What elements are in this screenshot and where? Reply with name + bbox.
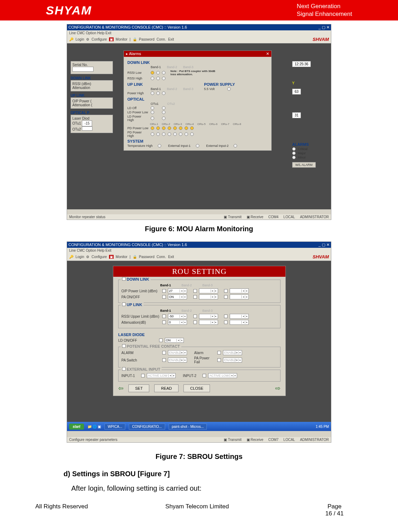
window-titlebar: CONFIGURATION & MONITORING CONSOLE (CMC)… xyxy=(67,24,331,30)
rssi-low-label: RSSI Low xyxy=(127,71,149,74)
alarm-dialog: ▸ Alarms✕ DOWN LINK Band-1 Band-2 Band-3… xyxy=(123,50,272,151)
set-button[interactable]: SET xyxy=(128,384,149,392)
window-titlebar-2: CONFIGURATION & MONITORING CONSOLE (CMC)… xyxy=(67,242,331,248)
laser-label: Laser Diod xyxy=(72,116,89,120)
body-text: d) Settings in SBROU [Figure 7] After lo… xyxy=(64,470,363,492)
uplink-checkbox[interactable] xyxy=(122,303,126,306)
login-btn[interactable]: Login xyxy=(76,255,84,259)
password-btn[interactable]: Password xyxy=(139,255,155,259)
paragraph: After login, following setting is carrie… xyxy=(71,484,363,492)
figure-7-caption: Figure 7: SBROU Settings xyxy=(35,453,363,461)
window-controls-icon[interactable]: _ ▢ ✕ xyxy=(319,243,330,247)
menubar[interactable]: Line CMC Option Help Exit xyxy=(67,30,331,36)
conn-btn[interactable]: Conn. xyxy=(157,255,166,259)
time-display: 12:25:36 xyxy=(292,61,311,67)
screenshot-mou-alarm: CONFIGURATION & MONITORING CONSOLE (CMC)… xyxy=(67,24,331,220)
logo: SHYAM xyxy=(46,4,92,17)
downlink-checkbox[interactable] xyxy=(122,277,126,281)
att2-label: Attenuation ( xyxy=(72,103,92,107)
power-supply-section: POWER SUPPLY xyxy=(204,82,235,86)
configure-btn[interactable]: Configure xyxy=(91,37,107,41)
atten-input[interactable]: 0◂▸ xyxy=(168,320,187,325)
rssi-label: RSSI (dBm) xyxy=(72,82,91,86)
ld-onoff-label: LD ON/OFF xyxy=(118,339,157,342)
otu1-value: -15 xyxy=(82,120,92,126)
brand-text: SHVAM xyxy=(313,37,329,42)
exit-btn[interactable]: Exit xyxy=(168,255,174,259)
figure-6-caption: Figure 6: MOU Alarm Monitoring xyxy=(35,225,363,233)
section-heading: d) Settings in SBROU [Figure 7] xyxy=(64,470,363,478)
figure-7: CONFIGURATION & MONITORING CONSOLE (CMC)… xyxy=(35,239,363,461)
rssi-upper-input[interactable]: -50◂▸ xyxy=(168,314,187,319)
otu2-value xyxy=(82,126,92,131)
atten-label: Attenuation(dB) xyxy=(121,321,160,324)
conn-btn[interactable]: Conn. xyxy=(157,37,166,41)
alarm-titlebar: ▸ Alarms✕ xyxy=(124,51,271,57)
close-icon[interactable]: ✕ xyxy=(266,52,269,56)
exit-btn[interactable]: Exit xyxy=(168,37,174,41)
system-section: SYSTEM xyxy=(127,139,268,143)
task-item[interactable]: paint-shot - Micros... xyxy=(169,424,207,430)
ext1-label: External Input-1 xyxy=(168,144,191,148)
oru-headers: ORu-1ORu-2ORu-3ORu-4ORu-5ORu-6ORu-7ORu-8 xyxy=(150,122,268,126)
footer-mid: Shyam Telecom Limited xyxy=(165,503,229,517)
ld-onoff-input[interactable]: ON◂▸ xyxy=(165,338,184,343)
start-button[interactable]: start xyxy=(69,424,84,430)
led-icon xyxy=(151,71,154,74)
footer-page: Page 16 / 41 xyxy=(306,503,363,517)
menubar-2[interactable]: Line CMC Option Help Exit xyxy=(67,248,331,253)
optical-h: OPTICAL P xyxy=(71,111,113,115)
serial-input[interactable] xyxy=(72,67,94,72)
panel-title: ROU SETTING xyxy=(113,266,285,277)
ldpl-label: LD Power Low xyxy=(127,110,149,114)
downlink-section: DOWN LINK xyxy=(127,60,268,65)
statusbar: Monitor repeater status ▣ Transmit ▣ Rec… xyxy=(67,214,331,220)
page-body: CONFIGURATION & MONITORING CONSOLE (CMC)… xyxy=(0,20,398,524)
toolbar: 🔑Login ⚙Configure ▣Monitor | 🔒Password C… xyxy=(67,36,331,43)
downlink-group: DOWN LINK Band-1Band-2Band-3 O/P Power L… xyxy=(118,280,281,303)
uplink-h: UP LINK xyxy=(71,94,113,97)
tagline-line2: Signal Enhancement xyxy=(297,10,352,18)
rssi-upper-label: RSSI Upper Limit (dBm) xyxy=(121,315,160,318)
page-header: SHYAM Next Generation Signal Enhancement xyxy=(0,0,398,20)
alarms-h: ALARMS xyxy=(292,142,327,147)
read-button[interactable]: READ xyxy=(154,384,179,392)
monitor-btn[interactable]: Monitor xyxy=(116,37,127,41)
temp-label: Temperature High xyxy=(127,144,153,148)
window-title: CONFIGURATION & MONITORING CONSOLE (CMC)… xyxy=(68,25,187,30)
pdph-label: PD Power High xyxy=(127,131,149,138)
screenshot-sbrou-settings: CONFIGURATION & MONITORING CONSOLE (CMC)… xyxy=(67,241,331,443)
bts-note: Note : Put BTS coupler with 30dB loss at… xyxy=(170,70,216,76)
footer-left: All Rights Reserved xyxy=(35,503,88,517)
status-text-2: Configure repeater parameters xyxy=(69,438,117,442)
window-title-2: CONFIGURATION & MONITORING CONSOLE (CMC)… xyxy=(68,243,187,247)
laser-group: LASER DIODE LD ON/OFFON◂▸ xyxy=(118,330,281,345)
app-body: Serial No. DOWN LINK RSSI (dBm)Attenuati… xyxy=(67,43,331,209)
laser-h: LASER DIODE xyxy=(118,333,281,337)
rou-setting-panel: ROU SETTING DOWN LINK Band-1Band-2Band-3… xyxy=(113,266,286,396)
clock: 1:45 PM xyxy=(316,425,329,429)
uplink-section: UP LINK xyxy=(127,82,193,86)
pfc-group: POTENTIAL FREE CONTACT ALARMENABLE◂▸ Ala… xyxy=(118,347,281,367)
close-button[interactable]: CLOSE xyxy=(183,384,210,392)
task-item[interactable]: WPICA... xyxy=(104,424,125,430)
toolbar-2: 🔑Login ⚙Configure ▣Monitor | 🔒Password C… xyxy=(67,253,331,261)
task-item[interactable]: CONFIGURATIO... xyxy=(129,424,165,430)
login-btn[interactable]: Login xyxy=(76,37,84,41)
rssi-high-label: RSSI High xyxy=(127,77,149,80)
ext-input-group: EXTERNAL INPUT INPUT-1ACTIVE LOW◂▸ INPUT… xyxy=(118,370,281,382)
window-controls-icon[interactable]: _ ▢ ✕ xyxy=(319,25,330,30)
password-btn[interactable]: Password xyxy=(139,37,155,41)
wl-alarm-btn[interactable]: W/L ALARM xyxy=(292,162,316,168)
otu2-label: OTu2 xyxy=(72,127,81,131)
prev-arrow-icon[interactable]: ⇦ xyxy=(118,384,123,392)
downlink-h: DOWN LINK xyxy=(71,76,113,80)
op-power-input[interactable]: 27◂▸ xyxy=(168,288,187,293)
status-text: Monitor repeater status xyxy=(69,215,105,219)
next-arrow-icon[interactable]: ⇨ xyxy=(275,384,281,392)
figure-6: CONFIGURATION & MONITORING CONSOLE (CMC)… xyxy=(35,24,363,233)
ldoff-label: LD Off xyxy=(127,106,149,110)
configure-btn[interactable]: Configure xyxy=(91,255,107,259)
monitor-btn[interactable]: Monitor xyxy=(116,255,127,259)
pa-onoff-input[interactable]: ON◂▸ xyxy=(168,294,187,299)
